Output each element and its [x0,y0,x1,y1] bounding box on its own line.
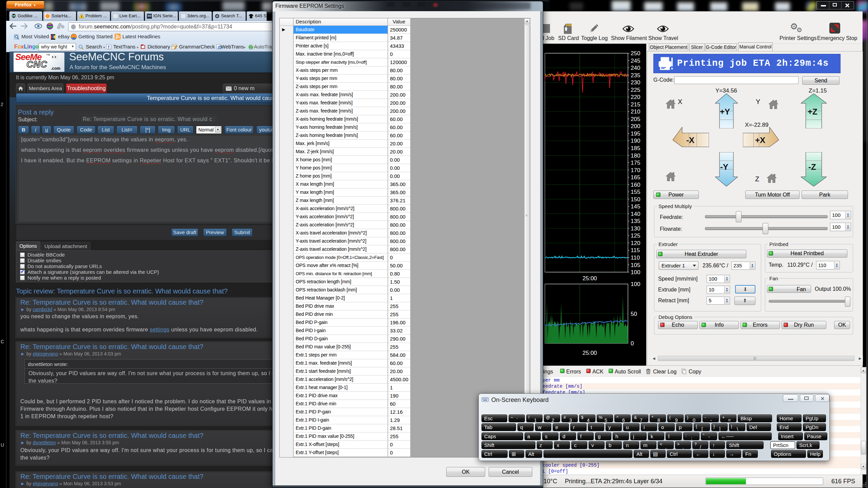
svg-text:225: 225 [631,87,640,93]
svg-text:115: 115 [631,247,640,253]
svg-text:+X: +X [755,136,765,145]
svg-text:+Z: +Z [808,107,817,116]
svg-text:185: 185 [631,145,640,151]
svg-text:220: 220 [631,94,640,100]
svg-text:105: 105 [631,262,640,268]
svg-text:145: 145 [631,203,640,210]
svg-text:25:00: 25:00 [583,350,597,356]
svg-text:210: 210 [631,108,640,115]
svg-text:230: 230 [631,79,640,86]
svg-text:120: 120 [631,240,640,246]
svg-text:+Y: +Y [720,107,730,116]
svg-text:160: 160 [631,182,640,188]
svg-text:100: 100 [631,269,640,276]
svg-text:-Z: -Z [808,162,816,171]
svg-text:135: 135 [631,218,640,224]
svg-text:205: 205 [631,116,640,122]
svg-text:50: 50 [631,311,637,317]
svg-text:110: 110 [631,255,640,261]
svg-text:245: 245 [631,58,640,64]
svg-text:175: 175 [631,160,640,166]
svg-text:190: 190 [631,138,640,144]
svg-text:-X: -X [686,136,694,145]
svg-text:T: T [107,45,110,49]
svg-text:240: 240 [631,65,640,71]
svg-text:165: 165 [631,174,640,181]
svg-text:195: 195 [631,130,640,137]
svg-text:140: 140 [631,211,640,217]
svg-text:250: 250 [631,50,640,57]
svg-text:150: 150 [631,196,640,203]
svg-text:180: 180 [631,152,640,159]
svg-text:155: 155 [631,189,640,195]
svg-text:-Y: -Y [720,162,728,171]
svg-text:200: 200 [631,123,640,129]
svg-text:!: ! [81,15,82,18]
svg-text:130: 130 [631,225,640,232]
svg-text:25:00: 25:00 [583,275,597,282]
svg-text:125: 125 [631,232,640,239]
svg-text:235: 235 [631,72,640,79]
svg-text:170: 170 [631,167,640,174]
svg-text:0: 0 [631,340,634,347]
svg-text:100: 100 [631,281,640,287]
svg-text:215: 215 [631,101,640,108]
